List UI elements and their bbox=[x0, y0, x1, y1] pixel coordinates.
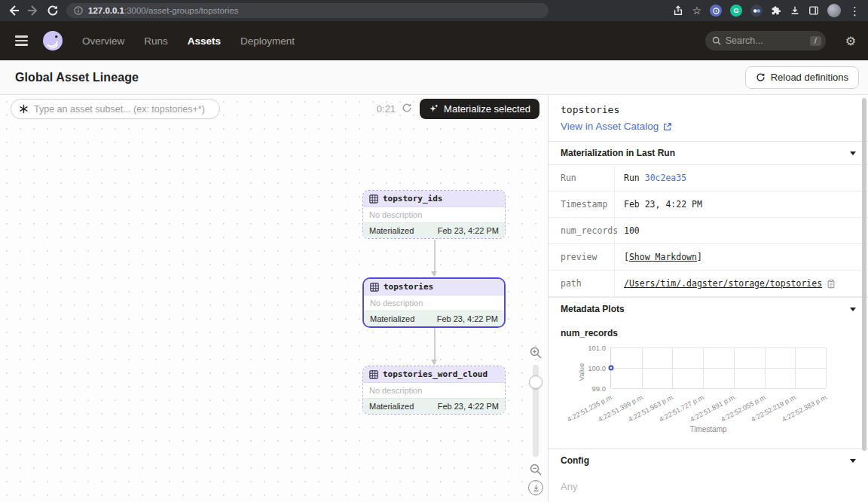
table-icon bbox=[369, 194, 378, 204]
table-row: path /Users/tim/.dagster/storage/topstor… bbox=[549, 271, 868, 297]
downloads-icon[interactable] bbox=[790, 5, 800, 16]
x-gridline bbox=[765, 347, 766, 388]
back-icon[interactable] bbox=[8, 5, 20, 17]
asset-materialized-time: Feb 23, 4:22 PM bbox=[438, 226, 499, 235]
nav-item-runs[interactable]: Runs bbox=[144, 35, 168, 47]
global-search[interactable]: / bbox=[705, 31, 826, 51]
search-input[interactable] bbox=[726, 35, 805, 46]
y-tick-label: 101.0 bbox=[588, 344, 606, 352]
reload-icon bbox=[756, 72, 766, 82]
y-gridline bbox=[611, 347, 826, 348]
materialize-selected-button[interactable]: Materialize selected bbox=[420, 99, 539, 119]
y-gridline bbox=[611, 388, 826, 389]
table-row: num_records 100 bbox=[549, 218, 868, 244]
asset-node-topstory_ids[interactable]: topstory_ids No description Materialized… bbox=[362, 190, 506, 239]
edge-topstory_ids-topstories bbox=[434, 240, 436, 276]
metadata-plot-block: num_records Value 101.0100.099.04:22:51.… bbox=[549, 320, 868, 441]
asset-name: topstory_ids bbox=[383, 194, 442, 204]
reload-definitions-button[interactable]: Reload definitions bbox=[745, 66, 859, 89]
run-id-link[interactable]: 30c2ea35 bbox=[645, 173, 686, 183]
search-icon bbox=[712, 36, 721, 45]
site-info-icon[interactable] bbox=[74, 6, 83, 15]
x-axis-label: Timestamp bbox=[561, 425, 856, 433]
asset-status: Materialized bbox=[369, 226, 414, 235]
config-value: Any bbox=[549, 472, 868, 502]
refresh-now-icon[interactable] bbox=[402, 103, 412, 116]
table-row: Timestamp Feb 23, 4:22 PM bbox=[549, 191, 868, 218]
browser-refresh-icon[interactable] bbox=[47, 5, 59, 17]
nav-item-assets[interactable]: Assets bbox=[188, 35, 221, 47]
section-materialization-in-last-run[interactable]: Materialization in Last Run bbox=[549, 141, 868, 164]
side-panel-icon[interactable] bbox=[808, 5, 819, 16]
panel-scrollbar[interactable] bbox=[862, 98, 866, 451]
edge-topstories-word_cloud bbox=[434, 328, 436, 364]
settings-gear-icon[interactable]: ⚙ bbox=[845, 34, 856, 48]
asset-lineage-graph[interactable]: 0:21 Materialize selected topstory_ids N… bbox=[0, 95, 548, 502]
asset-node-topstories_word_cloud[interactable]: topstories_word_cloud No description Mat… bbox=[362, 366, 506, 415]
asset-node-topstories[interactable]: topstories No description Materialized F… bbox=[362, 277, 506, 328]
forward-icon[interactable] bbox=[27, 5, 39, 17]
grammarly-extension-icon[interactable]: G bbox=[730, 5, 742, 17]
nav-item-overview[interactable]: Overview bbox=[82, 35, 124, 47]
x-gridline bbox=[795, 347, 796, 388]
zoom-slider[interactable] bbox=[533, 365, 539, 457]
address-bar[interactable]: 127.0.0.1:3000/asset-groups/topstories bbox=[66, 3, 549, 18]
asset-name: topstories bbox=[384, 282, 433, 292]
y-gridline bbox=[611, 368, 826, 369]
zoom-in-icon[interactable] bbox=[530, 347, 542, 359]
asset-details-panel: topstories View in Asset Catalog Materia… bbox=[548, 95, 868, 502]
asset-description: No description bbox=[363, 207, 505, 222]
table-icon bbox=[369, 370, 378, 379]
chevron-down-icon bbox=[850, 152, 856, 155]
copy-clipboard-icon[interactable] bbox=[827, 279, 836, 289]
bookmark-star-icon[interactable]: ☆ bbox=[692, 5, 701, 16]
view-in-asset-catalog-link[interactable]: View in Asset Catalog bbox=[561, 121, 672, 132]
path-link[interactable]: /Users/tim/.dagster/storage/topstories bbox=[624, 278, 822, 289]
selected-asset-name: topstories bbox=[561, 104, 856, 115]
asset-materialized-time: Feb 23, 4:22 PM bbox=[437, 314, 498, 323]
asset-materialized-time: Feb 23, 4:22 PM bbox=[438, 402, 499, 411]
nav-item-deployment[interactable]: Deployment bbox=[240, 35, 295, 47]
table-icon bbox=[370, 283, 379, 292]
sparkle-icon bbox=[429, 104, 439, 114]
password-manager-extension-icon[interactable] bbox=[710, 5, 722, 17]
asset-subset-filter[interactable] bbox=[11, 99, 220, 119]
recenter-view-icon[interactable] bbox=[528, 480, 543, 495]
page-title: Global Asset Lineage bbox=[15, 71, 139, 84]
browser-menu-kebab-icon[interactable]: ⋮ bbox=[849, 5, 860, 17]
app-navbar: Overview Runs Assets Deployment / ⚙ bbox=[0, 21, 868, 60]
chevron-down-icon bbox=[850, 459, 856, 463]
zoom-slider-handle[interactable] bbox=[529, 375, 542, 389]
section-config[interactable]: Config bbox=[549, 448, 868, 472]
asset-description: No description bbox=[363, 383, 505, 398]
url-text: 127.0.0.1:3000/asset-groups/topstories bbox=[88, 6, 238, 15]
browser-toolbar: 127.0.0.1:3000/asset-groups/topstories ☆… bbox=[0, 0, 868, 21]
x-gridline bbox=[826, 347, 827, 388]
asset-name: topstories_word_cloud bbox=[383, 369, 487, 379]
data-point bbox=[609, 366, 614, 371]
dagster-logo[interactable] bbox=[41, 29, 64, 52]
chevron-down-icon bbox=[850, 308, 856, 311]
plot-title: num_records bbox=[561, 328, 856, 338]
refresh-countdown: 0:21 bbox=[377, 103, 396, 115]
section-metadata-plots[interactable]: Metadata Plots bbox=[549, 297, 868, 320]
materialization-metadata-table: Run Run 30c2ea35 Timestamp Feb 23, 4:22 … bbox=[549, 164, 868, 297]
graph-query-icon bbox=[19, 104, 29, 114]
share-icon[interactable] bbox=[673, 5, 683, 16]
extensions-puzzle-icon[interactable] bbox=[771, 5, 781, 16]
asset-subset-input[interactable] bbox=[34, 104, 212, 115]
x-gridline bbox=[672, 347, 673, 388]
nav-links: Overview Runs Assets Deployment bbox=[82, 35, 295, 47]
table-row: Run Run 30c2ea35 bbox=[549, 165, 868, 191]
table-row: preview [Show Markdown] bbox=[549, 244, 868, 271]
zoom-out-icon[interactable] bbox=[530, 464, 542, 476]
x-gridline bbox=[642, 347, 643, 388]
show-markdown-link[interactable]: Show Markdown bbox=[629, 252, 697, 262]
y-axis-label: Value bbox=[577, 363, 585, 381]
y-tick-label: 100.0 bbox=[588, 364, 606, 372]
search-shortcut-badge: / bbox=[810, 36, 821, 46]
owl-extension-icon[interactable] bbox=[750, 5, 763, 17]
asset-status: Materialized bbox=[370, 314, 414, 323]
profile-avatar[interactable] bbox=[827, 4, 841, 17]
hamburger-menu-icon[interactable] bbox=[12, 32, 31, 48]
